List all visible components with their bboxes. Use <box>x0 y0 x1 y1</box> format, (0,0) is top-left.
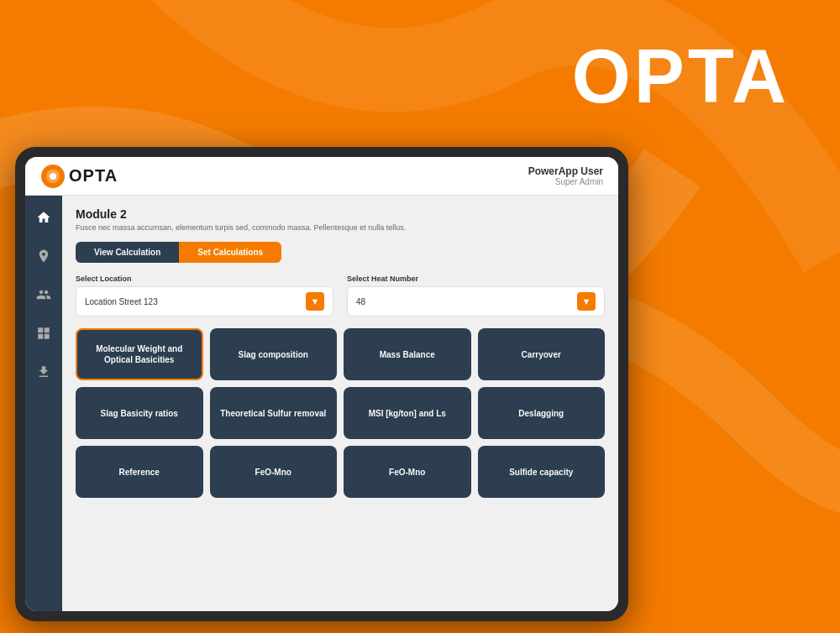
module-btn-1[interactable]: Slag composition <box>210 328 338 380</box>
sidebar <box>25 196 62 611</box>
heat-dropdown[interactable]: 48 ▼ <box>347 286 605 316</box>
module-btn-8[interactable]: Reference <box>76 446 203 498</box>
module-btn-2[interactable]: Mass Balance <box>344 328 471 380</box>
sidebar-item-home[interactable] <box>32 206 55 229</box>
module-btn-11[interactable]: Sulfide capacity <box>478 446 606 498</box>
module-btn-5[interactable]: Theoretical Sulfur removal <box>210 387 338 439</box>
heat-dropdown-arrow: ▼ <box>577 292 596 311</box>
brand-title: OPTA <box>572 34 790 120</box>
sidebar-item-users[interactable] <box>32 283 55 306</box>
module-btn-6[interactable]: MSI [kg/ton] and Ls <box>344 387 471 439</box>
module-btn-9[interactable]: FeO-Mno <box>210 446 338 498</box>
tablet-container: OPTA PowerApp User Super Admin <box>15 147 628 621</box>
home-icon <box>36 210 51 225</box>
sidebar-item-download[interactable] <box>32 360 55 384</box>
user-role: Super Admin <box>528 177 603 186</box>
main-layout: Module 2 Fusce nec massa accumsan, eleme… <box>25 196 618 611</box>
heat-label: Select Heat Number <box>347 275 605 283</box>
location-dropdown-arrow: ▼ <box>306 292 324 311</box>
heat-value: 48 <box>356 297 365 306</box>
users-icon <box>36 287 51 302</box>
opta-logo: OPTA <box>40 164 118 189</box>
location-value: Location Street 123 <box>85 297 158 306</box>
modules-grid: Molecular Weight and Optical BasicitiesS… <box>76 328 605 498</box>
grid-icon <box>36 326 51 341</box>
location-dropdown[interactable]: Location Street 123 ▼ <box>76 286 333 316</box>
top-bar: OPTA PowerApp User Super Admin <box>25 157 618 196</box>
content-area: Module 2 Fusce nec massa accumsan, eleme… <box>62 196 618 611</box>
logo-text: OPTA <box>69 166 118 186</box>
module-btn-0[interactable]: Molecular Weight and Optical Basicities <box>76 328 203 380</box>
module-btn-7[interactable]: Deslagging <box>478 387 606 439</box>
svg-point-2 <box>50 173 56 180</box>
module-title: Module 2 <box>76 207 605 221</box>
tab-view-calculation[interactable]: View Calculation <box>76 242 179 263</box>
tablet-screen: OPTA PowerApp User Super Admin <box>25 157 618 611</box>
heat-dropdown-group: Select Heat Number 48 ▼ <box>347 275 605 316</box>
sidebar-item-grid[interactable] <box>32 322 55 345</box>
sidebar-item-location[interactable] <box>32 244 55 268</box>
dropdowns-row: Select Location Location Street 123 ▼ Se… <box>76 275 605 316</box>
module-description: Fusce nec massa accumsan, elementum turp… <box>76 223 605 232</box>
location-dropdown-group: Select Location Location Street 123 ▼ <box>76 275 333 316</box>
user-name: PowerApp User <box>528 165 603 177</box>
download-icon <box>36 364 51 379</box>
tab-set-calculations[interactable]: Set Calculations <box>179 242 281 263</box>
module-btn-4[interactable]: Slag Basicity ratios <box>76 387 203 439</box>
location-label: Select Location <box>76 275 333 283</box>
location-icon <box>36 248 51 264</box>
module-btn-10[interactable]: FeO-Mno <box>344 446 471 498</box>
tabs-row: View Calculation Set Calculations <box>76 242 281 263</box>
module-btn-3[interactable]: Carryover <box>478 328 606 380</box>
opta-logo-icon <box>40 164 66 189</box>
user-info: PowerApp User Super Admin <box>528 165 603 186</box>
